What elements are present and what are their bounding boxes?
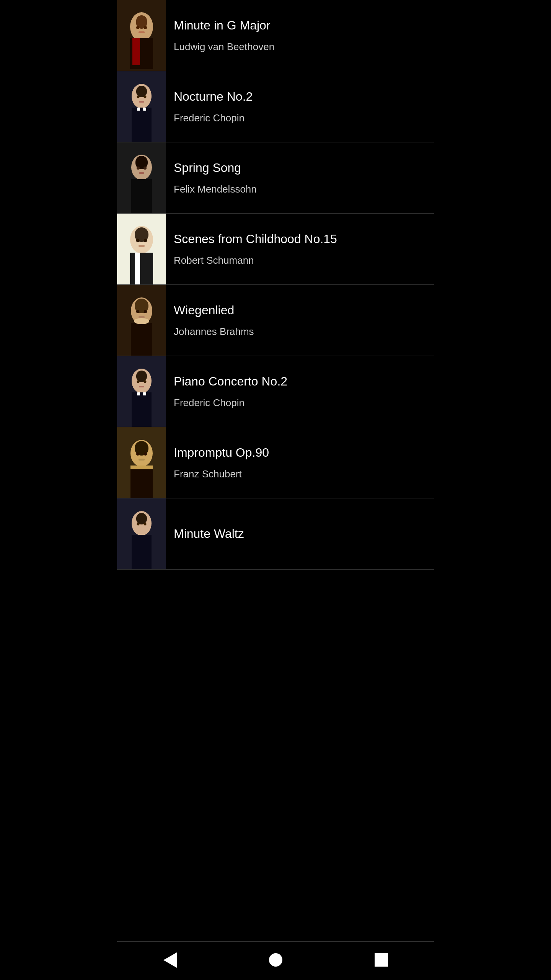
home-icon	[269, 953, 282, 967]
svg-point-64	[137, 523, 140, 526]
item-info-piano-concerto-no2: Piano Concerto No.2 Frederic Chopin	[166, 363, 434, 420]
svg-rect-28	[130, 253, 153, 284]
svg-rect-41	[139, 316, 145, 318]
item-artist-piano-concerto-no2: Frederic Chopin	[174, 397, 426, 409]
svg-rect-25	[139, 172, 144, 174]
svg-rect-49	[139, 386, 144, 387]
list-item-nocturne-no2[interactable]: Nocturne No.2 Frederic Chopin	[117, 71, 434, 142]
svg-point-5	[136, 26, 139, 29]
portrait-impromptu-op90	[117, 427, 166, 498]
svg-rect-8	[132, 38, 140, 65]
item-title-spring-song: Spring Song	[174, 160, 426, 175]
portrait-image-minute-g-major	[117, 0, 166, 71]
item-artist-impromptu-op90: Franz Schubert	[174, 468, 426, 480]
item-info-wiegenlied: Wiegenlied Johannes Brahms	[166, 292, 434, 348]
svg-rect-32	[139, 245, 145, 247]
item-title-piano-concerto-no2: Piano Concerto No.2	[174, 374, 426, 389]
svg-rect-51	[143, 392, 146, 395]
portrait-spring-song	[117, 142, 166, 213]
item-title-wiegenlied: Wiegenlied	[174, 303, 426, 317]
svg-rect-45	[132, 392, 152, 427]
item-artist-nocturne-no2: Frederic Chopin	[174, 112, 426, 124]
svg-rect-7	[139, 31, 145, 33]
svg-rect-18	[143, 108, 146, 111]
svg-rect-17	[137, 108, 140, 111]
list-item-scenes-childhood[interactable]: Scenes from Childhood No.15 Robert Schum…	[117, 214, 434, 285]
portrait-wiegenlied	[117, 285, 166, 356]
back-icon	[163, 952, 177, 968]
list-item-impromptu-op90[interactable]: Impromptu Op.90 Franz Schubert	[117, 427, 434, 498]
navigation-bar	[117, 941, 434, 980]
portrait-image-scenes-childhood	[117, 214, 166, 284]
item-title-nocturne-no2: Nocturne No.2	[174, 89, 426, 104]
svg-rect-33	[135, 253, 140, 284]
list-item-minute-g-major[interactable]: Minute in G Major Ludwig van Beethoven	[117, 0, 434, 71]
portrait-nocturne-no2	[117, 71, 166, 142]
svg-point-40	[144, 310, 147, 313]
item-info-scenes-childhood: Scenes from Childhood No.15 Robert Schum…	[166, 221, 434, 277]
portrait-minute-g-major	[117, 0, 166, 71]
recent-button[interactable]	[371, 949, 392, 970]
music-list: Minute in G Major Ludwig van Beethoven N…	[117, 0, 434, 941]
svg-rect-58	[139, 459, 145, 461]
list-item-minute-waltz[interactable]: Minute Waltz	[117, 498, 434, 570]
svg-point-57	[144, 452, 147, 456]
svg-rect-12	[132, 108, 152, 142]
item-title-minute-waltz: Minute Waltz	[174, 526, 426, 541]
portrait-image-minute-waltz	[117, 498, 166, 569]
svg-point-31	[144, 239, 147, 242]
item-artist-spring-song: Felix Mendelssohn	[174, 183, 426, 195]
back-button[interactable]	[160, 949, 181, 970]
portrait-image-spring-song	[117, 142, 166, 213]
list-item-wiegenlied[interactable]: Wiegenlied Johannes Brahms	[117, 285, 434, 356]
svg-rect-9	[143, 38, 151, 65]
svg-rect-54	[130, 466, 153, 498]
item-info-spring-song: Spring Song Felix Mendelssohn	[166, 150, 434, 206]
portrait-image-piano-concerto-no2	[117, 356, 166, 427]
portrait-image-wiegenlied	[117, 285, 166, 356]
portrait-piano-concerto-no2	[117, 356, 166, 427]
portrait-minute-waltz	[117, 498, 166, 569]
svg-point-24	[143, 167, 147, 170]
svg-rect-37	[131, 323, 152, 356]
item-info-minute-g-major: Minute in G Major Ludwig van Beethoven	[166, 7, 434, 64]
svg-rect-34	[143, 253, 148, 284]
item-info-nocturne-no2: Nocturne No.2 Frederic Chopin	[166, 78, 434, 135]
list-item-spring-song[interactable]: Spring Song Felix Mendelssohn	[117, 142, 434, 214]
item-artist-wiegenlied: Johannes Brahms	[174, 326, 426, 338]
svg-rect-62	[132, 535, 152, 569]
item-title-scenes-childhood: Scenes from Childhood No.15	[174, 232, 426, 246]
svg-point-65	[144, 523, 147, 526]
svg-rect-21	[131, 179, 152, 213]
svg-rect-50	[137, 392, 140, 395]
svg-rect-63	[136, 513, 147, 524]
svg-point-56	[136, 452, 139, 456]
svg-rect-59	[130, 466, 153, 469]
list-item-piano-concerto-no2[interactable]: Piano Concerto No.2 Frederic Chopin	[117, 356, 434, 427]
svg-rect-13	[136, 86, 147, 97]
svg-rect-46	[136, 371, 147, 382]
svg-point-48	[144, 381, 147, 383]
item-artist-scenes-childhood: Robert Schumann	[174, 255, 426, 266]
portrait-image-impromptu-op90	[117, 427, 166, 498]
svg-rect-16	[139, 101, 144, 103]
svg-point-23	[137, 167, 140, 170]
portrait-image-nocturne-no2	[117, 71, 166, 142]
recent-icon	[375, 953, 388, 967]
svg-point-6	[144, 26, 147, 29]
home-button[interactable]	[265, 949, 286, 970]
item-title-impromptu-op90: Impromptu Op.90	[174, 445, 426, 460]
item-info-minute-waltz: Minute Waltz	[166, 516, 434, 552]
item-title-minute-g-major: Minute in G Major	[174, 18, 426, 33]
svg-point-15	[144, 96, 147, 98]
svg-point-30	[136, 239, 140, 242]
svg-point-39	[136, 310, 139, 313]
portrait-scenes-childhood	[117, 214, 166, 284]
svg-point-14	[137, 96, 140, 98]
svg-point-47	[137, 381, 140, 383]
item-artist-minute-g-major: Ludwig van Beethoven	[174, 41, 426, 53]
svg-point-42	[134, 318, 149, 324]
item-info-impromptu-op90: Impromptu Op.90 Franz Schubert	[166, 434, 434, 491]
